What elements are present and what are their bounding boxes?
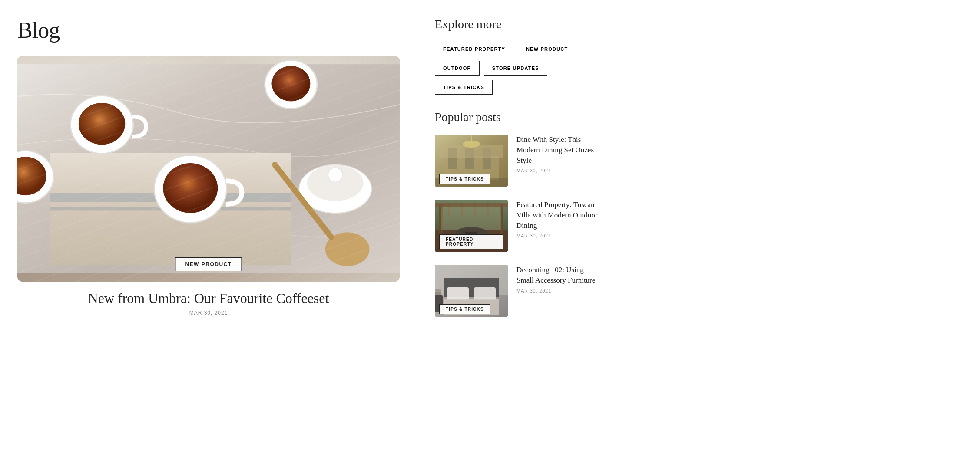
hero-image: NEW PRODUCT (17, 56, 400, 282)
coffee-svg (17, 56, 400, 282)
svg-point-14 (328, 168, 342, 182)
hero-image-bg (17, 56, 400, 282)
post-badge-2: FEATURED PROPERTY (439, 234, 503, 249)
post-info-1: Dine With Style: This Modern Dining Set … (516, 135, 599, 173)
popular-post-1: TIPS & TRICKS Dine With Style: This Mode… (435, 135, 599, 187)
post-title-3[interactable]: Decorating 102: Using Small Accessory Fu… (516, 265, 599, 286)
svg-rect-30 (435, 203, 508, 207)
svg-rect-2 (50, 193, 291, 202)
svg-point-13 (307, 165, 364, 201)
svg-point-4 (70, 95, 133, 153)
post-badge-1: TIPS & TRICKS (439, 174, 490, 184)
post-info-3: Decorating 102: Using Small Accessory Fu… (516, 265, 599, 293)
filter-tips-tricks[interactable]: TIPS & TRICKS (435, 80, 493, 95)
popular-post-2: FEATURED PROPERTY Featured Property: Tus… (435, 200, 599, 252)
svg-point-24 (463, 141, 480, 148)
popular-posts-title: Popular posts (435, 110, 599, 124)
filter-buttons: FEATURED PROPERTY NEW PRODUCT OUTDOOR ST… (435, 42, 599, 95)
svg-point-12 (299, 165, 371, 213)
svg-point-15 (325, 232, 370, 266)
svg-point-11 (271, 66, 310, 102)
svg-rect-1 (50, 153, 291, 265)
explore-title: Explore more (435, 17, 599, 31)
filter-store-updates[interactable]: STORE UPDATES (484, 61, 547, 76)
svg-point-10 (265, 60, 317, 109)
post-date-1: MAR 30, 2021 (516, 168, 599, 173)
post-thumbnail-2[interactable]: FEATURED PROPERTY (435, 200, 508, 252)
svg-rect-0 (17, 64, 400, 273)
svg-line-16 (275, 165, 331, 237)
hero-title: New from Umbra: Our Favourite Coffeeset (17, 290, 400, 306)
post-thumbnail-1[interactable]: TIPS & TRICKS (435, 135, 508, 187)
svg-point-8 (17, 151, 53, 203)
page-title: Blog (17, 17, 400, 43)
svg-rect-41 (447, 287, 469, 300)
post-badge-overlay-3: TIPS & TRICKS (435, 302, 508, 317)
post-badge-overlay-2: FEATURED PROPERTY (435, 232, 508, 252)
svg-point-9 (17, 157, 46, 195)
post-date-3: MAR 30, 2021 (516, 288, 599, 293)
post-badge-overlay-1: TIPS & TRICKS (435, 171, 508, 187)
svg-point-7 (163, 163, 218, 213)
post-date-2: MAR 30, 2021 (516, 233, 599, 238)
hero-badge: NEW PRODUCT (175, 257, 242, 271)
popular-post-3: TIPS & TRICKS Decorating 102: Using Smal… (435, 265, 599, 317)
main-content: Blog (0, 0, 426, 467)
hero-date: MAR 30, 2021 (17, 310, 400, 316)
svg-rect-3 (50, 207, 291, 210)
svg-rect-45 (435, 292, 441, 295)
filter-outdoor[interactable]: OUTDOOR (435, 61, 480, 76)
svg-point-6 (154, 155, 227, 223)
sidebar: Explore more FEATURED PROPERTY NEW PRODU… (426, 0, 617, 467)
post-thumbnail-3[interactable]: TIPS & TRICKS (435, 265, 508, 317)
svg-rect-42 (474, 287, 496, 300)
filter-featured-property[interactable]: FEATURED PROPERTY (435, 42, 513, 56)
svg-point-5 (79, 103, 125, 145)
post-info-2: Featured Property: Tuscan Villa with Mod… (516, 200, 599, 238)
svg-rect-46 (435, 289, 441, 292)
post-title-1[interactable]: Dine With Style: This Modern Dining Set … (516, 135, 599, 165)
post-title-2[interactable]: Featured Property: Tuscan Villa with Mod… (516, 200, 599, 230)
post-badge-3: TIPS & TRICKS (439, 304, 490, 314)
svg-rect-35 (441, 207, 501, 230)
filter-new-product[interactable]: NEW PRODUCT (518, 42, 576, 56)
